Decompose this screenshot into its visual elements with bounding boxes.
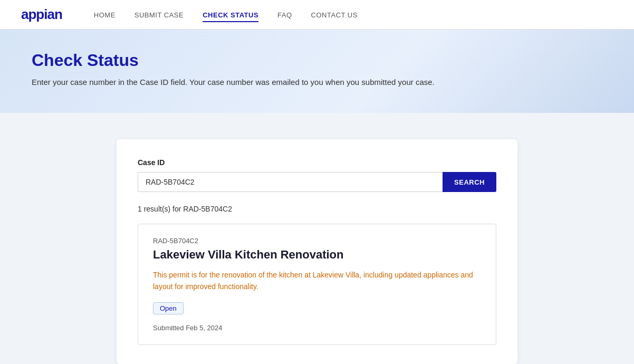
nav-links: HOME SUBMIT CASE CHECK STATUS FAQ CONTAC… [94, 10, 358, 20]
search-row: SEARCH [138, 172, 496, 192]
nav-item-home[interactable]: HOME [94, 10, 116, 20]
logo-text: appian [21, 6, 62, 23]
nav-link-submit-case[interactable]: SUBMIT CASE [135, 11, 184, 21]
submitted-date: Submitted Feb 5, 2024 [153, 324, 481, 332]
nav-link-faq[interactable]: FAQ [277, 11, 292, 21]
nav-item-check-status[interactable]: CHECK STATUS [203, 10, 258, 20]
main-content: Case ID SEARCH 1 result(s) for RAD-5B704… [0, 113, 634, 364]
search-button[interactable]: SEARCH [443, 172, 496, 192]
hero-subtitle: Enter your case number in the Case ID fi… [32, 78, 602, 87]
result-title: Lakeview Villa Kitchen Renovation [153, 248, 481, 262]
nav-item-contact-us[interactable]: CONTACT US [311, 10, 358, 20]
nav-link-check-status[interactable]: CHECK STATUS [203, 11, 258, 22]
results-count: 1 result(s) for RAD-5B704C2 [138, 205, 496, 213]
nav-link-home[interactable]: HOME [94, 11, 116, 21]
hero-section: Check Status Enter your case number in t… [0, 30, 634, 113]
nav-item-submit-case[interactable]: SUBMIT CASE [135, 10, 184, 20]
logo[interactable]: appian [21, 6, 62, 23]
nav-item-faq[interactable]: FAQ [277, 10, 292, 20]
result-case-id: RAD-5B704C2 [153, 237, 481, 245]
search-card: Case ID SEARCH 1 result(s) for RAD-5B704… [117, 139, 517, 364]
result-card: RAD-5B704C2 Lakeview Villa Kitchen Renov… [138, 224, 496, 345]
case-id-label: Case ID [138, 158, 496, 167]
navbar: appian HOME SUBMIT CASE CHECK STATUS FAQ… [0, 0, 634, 30]
page-title: Check Status [32, 51, 602, 70]
case-id-input[interactable] [138, 172, 443, 192]
result-description: This permit is for the renovation of the… [153, 269, 481, 293]
status-badge: Open [153, 302, 184, 314]
nav-link-contact-us[interactable]: CONTACT US [311, 11, 358, 21]
